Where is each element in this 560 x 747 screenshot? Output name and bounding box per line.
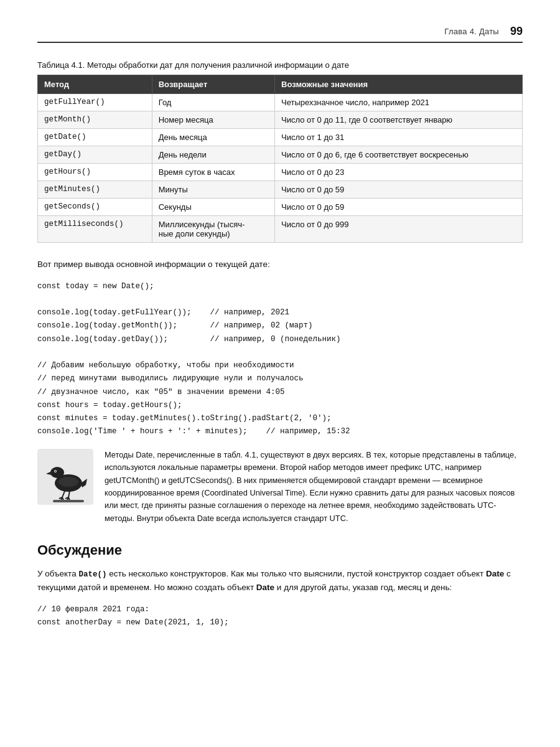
date-constructor-ref: Date() [78,570,106,579]
chapter-title: Глава 4. Даты [444,27,499,36]
note-box: Методы Date, перечисленные в табл. 4.1, … [37,449,523,525]
data-table: Метод Возвращает Возможные значения getF… [37,75,523,243]
bird-icon [37,449,93,505]
table-row: getFullYear()ГодЧетырехзначное число, на… [38,94,523,111]
svg-point-5 [55,471,56,472]
code-block-1: const today = new Date(); console.log(to… [37,280,523,439]
page-number: 99 [510,25,523,38]
table-cell-7-2: Число от 0 до 999 [275,216,523,243]
table-cell-3-2: Число от 0 до 6, где 6 соответствует вос… [275,146,523,164]
table-cell-0-1: Год [152,94,274,111]
table-row: getHours()Время суток в часахЧисло от 0 … [38,164,523,181]
code-block-2: // 10 февраля 2021 года: const anotherDa… [37,603,523,630]
table-cell-2-2: Число от 1 до 31 [275,129,523,146]
table-cell-5-0: getMinutes() [38,181,152,199]
table-row: getDate()День месяцаЧисло от 1 до 31 [38,129,523,146]
table-caption-bold: Таблица 4.1. [37,60,85,70]
table-row: getMonth()Номер месяцаЧисло от 0 до 11, … [38,111,523,129]
date-bold-ref: Date [486,569,504,578]
table-caption-text: Методы обработки дат для получения разли… [85,60,349,70]
table-cell-1-0: getMonth() [38,111,152,129]
table-cell-1-1: Номер месяца [152,111,274,129]
table-cell-7-0: getMilliseconds() [38,216,152,243]
discussion-text: У объекта Date() есть несколько конструк… [37,567,523,594]
note-text: Методы Date, перечисленные в табл. 4.1, … [105,449,523,525]
section-heading: Обсуждение [37,542,523,558]
table-cell-3-0: getDay() [38,146,152,164]
table-row: getMilliseconds()Миллисекунды (тысяч- ны… [38,216,523,243]
table-cell-4-2: Число от 0 до 23 [275,164,523,181]
table-row: getDay()День неделиЧисло от 0 до 6, где … [38,146,523,164]
col-method: Метод [38,75,152,94]
intro-text: Вот пример вывода основной информации о … [37,258,523,271]
table-cell-4-0: getHours() [38,164,152,181]
table-cell-5-1: Минуты [152,181,274,199]
table-header-row: Метод Возвращает Возможные значения [38,75,523,94]
table-cell-1-2: Число от 0 до 11, где 0 соответствует ян… [275,111,523,129]
table-cell-0-0: getFullYear() [38,94,152,111]
date-bold-ref2: Date [256,583,274,592]
table-cell-6-0: getSeconds() [38,199,152,216]
table-cell-5-2: Число от 0 до 59 [275,181,523,199]
svg-point-7 [58,477,78,487]
table-cell-2-0: getDate() [38,129,152,146]
svg-point-2 [50,467,64,478]
col-values: Возможные значения [275,75,523,94]
table-cell-3-1: День недели [152,146,274,164]
table-cell-6-1: Секунды [152,199,274,216]
table-cell-0-2: Четырехзначное число, например 2021 [275,94,523,111]
svg-rect-16 [53,500,84,502]
table-row: getSeconds()СекундыЧисло от 0 до 59 [38,199,523,216]
page-header: Глава 4. Даты 99 [37,25,523,43]
table-cell-6-2: Число от 0 до 59 [275,199,523,216]
table-caption: Таблица 4.1. Методы обработки дат для по… [37,60,523,70]
page: Глава 4. Даты 99 Таблица 4.1. Методы обр… [0,0,560,747]
col-returns: Возвращает [152,75,274,94]
table-row: getMinutes()МинутыЧисло от 0 до 59 [38,181,523,199]
table-cell-7-1: Миллисекунды (тысяч- ные доли секунды) [152,216,274,243]
table-cell-4-1: Время суток в часах [152,164,274,181]
table-cell-2-1: День месяца [152,129,274,146]
